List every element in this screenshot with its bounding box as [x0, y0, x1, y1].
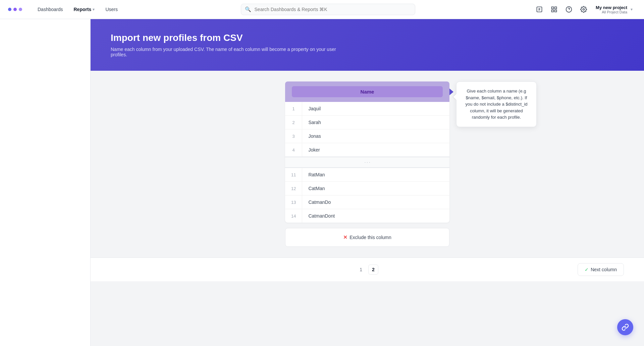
- layout: Import new profiles from CSV Name each c…: [0, 19, 644, 346]
- help-icon-btn[interactable]: [563, 3, 575, 15]
- svg-rect-3: [552, 10, 554, 12]
- search-icon: 🔍: [245, 6, 251, 12]
- row-num-4: 4: [285, 143, 302, 157]
- table-row: 1 Jaquil: [285, 102, 449, 116]
- row-num-2: 2: [285, 116, 302, 129]
- row-value-2: Sarah: [302, 116, 449, 129]
- row-value-1: Jaquil: [302, 102, 449, 116]
- analytics-icon-btn[interactable]: [533, 3, 545, 15]
- exclude-x-icon: ✕: [343, 234, 347, 240]
- column-table-wrap: Name 1 Jaquil 2: [285, 81, 449, 223]
- tooltip-arrow: [453, 94, 457, 100]
- page-2[interactable]: 2: [368, 265, 378, 275]
- project-sub: All Project Data: [596, 10, 627, 14]
- search-input[interactable]: [241, 4, 415, 15]
- row-value-13: CatmanDo: [302, 195, 449, 209]
- next-column-button[interactable]: ✓ Next column: [578, 263, 624, 276]
- row-value-12: CatMan: [302, 182, 449, 195]
- content-area: Import new profiles from CSV Name each c…: [91, 19, 644, 346]
- logo-dot-1: [8, 8, 11, 11]
- gap-row: · · ·: [285, 157, 449, 168]
- logo-dot-2: [13, 8, 17, 11]
- pagination: 1 2: [282, 265, 453, 275]
- row-num-3: 3: [285, 129, 302, 143]
- column-name-tooltip: Give each column a name (e.g $name, $ema…: [456, 81, 537, 127]
- svg-rect-1: [552, 7, 554, 9]
- logo-dot-3: [19, 8, 22, 11]
- nav-right: My new project All Project Data ▾: [533, 3, 636, 15]
- page-1[interactable]: 1: [356, 265, 366, 274]
- navbar: Dashboards Reports ▾ Users 🔍: [0, 0, 644, 19]
- settings-icon-btn[interactable]: [578, 3, 590, 15]
- row-value-11: RatMan: [302, 168, 449, 182]
- main: Import new profiles from CSV Name each c…: [0, 19, 644, 346]
- svg-rect-2: [555, 7, 557, 9]
- exclude-column-button[interactable]: ✕ Exclude this column: [285, 228, 449, 247]
- row-value-14: CatmanDont: [302, 209, 449, 223]
- nav-users[interactable]: Users: [101, 5, 122, 14]
- column-header: Name: [285, 81, 449, 102]
- chevron-down-icon: ▾: [93, 7, 95, 12]
- row-num-12: 12: [285, 182, 302, 195]
- row-num-11: 11: [285, 168, 302, 182]
- svg-rect-4: [555, 10, 557, 12]
- fab-button[interactable]: [617, 319, 633, 335]
- table-area: Name 1 Jaquil 2: [91, 71, 644, 257]
- table-row: 14 CatmanDont: [285, 209, 449, 223]
- nav-dashboards[interactable]: Dashboards: [33, 5, 68, 14]
- table-row: 13 CatmanDo: [285, 195, 449, 209]
- table-row: 3 Jonas: [285, 129, 449, 143]
- check-icon: ✓: [585, 267, 589, 272]
- table-row: 12 CatMan: [285, 182, 449, 195]
- nav-reports[interactable]: Reports ▾: [69, 5, 100, 14]
- row-num-13: 13: [285, 195, 302, 209]
- nav-logo[interactable]: [8, 8, 22, 11]
- table-row: 2 Sarah: [285, 116, 449, 129]
- column-name-input[interactable]: Name: [292, 86, 443, 97]
- grid-icon-btn[interactable]: [548, 3, 560, 15]
- svg-point-6: [583, 9, 585, 10]
- row-num-1: 1: [285, 102, 302, 116]
- project-selector[interactable]: My new project All Project Data ▾: [592, 4, 636, 15]
- nav-search-area: 🔍: [133, 4, 523, 15]
- project-name: My new project: [596, 5, 627, 10]
- banner-title: Import new profiles from CSV: [111, 33, 624, 43]
- row-value-3: Jonas: [302, 129, 449, 143]
- import-banner: Import new profiles from CSV Name each c…: [91, 19, 644, 71]
- sidebar: [0, 19, 91, 346]
- footer-bar: 1 2 ✓ Next column: [91, 257, 644, 281]
- table-row: 11 RatMan: [285, 168, 449, 182]
- table-row: 4 Joker: [285, 143, 449, 157]
- banner-description: Name each column from your uploaded CSV.…: [111, 47, 345, 57]
- nav-links: Dashboards Reports ▾ Users: [33, 5, 122, 14]
- data-table: 1 Jaquil 2 Sarah 3 Jonas: [285, 102, 449, 223]
- chevron-down-icon: ▾: [631, 7, 633, 12]
- row-num-14: 14: [285, 209, 302, 223]
- row-value-4: Joker: [302, 143, 449, 157]
